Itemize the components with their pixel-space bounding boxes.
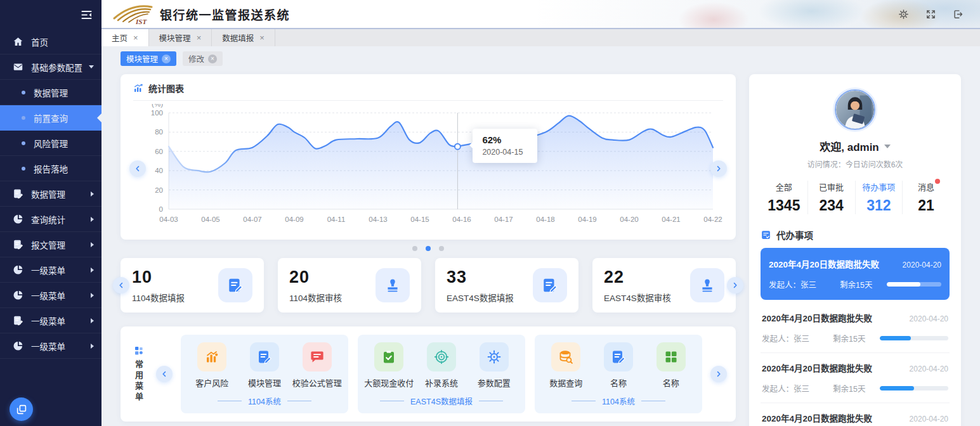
- visit-info: 访问情况：今日访问次数6次: [761, 158, 950, 169]
- todo-list: 2020年4月20日数据跑批失败 2020-04-20 发起人：张三 剩余15天…: [761, 248, 950, 426]
- settings-gear-icon[interactable]: [898, 9, 909, 20]
- tab-module-management[interactable]: 模块管理 ×: [149, 29, 212, 46]
- menu-item-name-1[interactable]: 名称: [592, 342, 645, 389]
- progress-bar: [880, 386, 948, 390]
- sidebar: 首页 基础参数配置 数据管理 前置查询 风险管理 报告落地 数据管理: [0, 0, 101, 426]
- svg-text:04-15: 04-15: [410, 216, 429, 223]
- menu-group-1104: 客户风险 模块管理 校验公式管理: [181, 335, 348, 413]
- close-icon[interactable]: ×: [208, 55, 217, 63]
- carousel-dot-active[interactable]: [426, 246, 431, 251]
- svg-text:04-19: 04-19: [578, 216, 596, 223]
- bullet-icon: [22, 167, 25, 171]
- stat-card-east4s-review[interactable]: 22 EAST4S数据审核: [592, 258, 736, 313]
- svg-text:(%): (%): [152, 104, 163, 108]
- menu-item-name-2[interactable]: 名称: [644, 342, 697, 389]
- group-caption: 1104系统: [572, 395, 665, 407]
- sidebar-item-level1-menu-4[interactable]: 一级菜单: [0, 333, 101, 359]
- close-icon[interactable]: ×: [133, 34, 138, 42]
- menu-item-data-query[interactable]: 数据查询: [540, 342, 592, 389]
- pie-chart-icon: [13, 340, 23, 351]
- carousel-dot[interactable]: [412, 246, 417, 251]
- stats-next-button[interactable]: [727, 277, 743, 294]
- logout-icon[interactable]: [953, 9, 964, 20]
- sidebar-collapse-icon[interactable]: [81, 9, 93, 21]
- menu-item-supplement-system[interactable]: 补录系统: [415, 342, 468, 389]
- todo-item[interactable]: 2020年4月20日数据跑批失败 2020-04-20 发起人：张三 剩余15天: [761, 303, 950, 352]
- stat-label: EAST4S数据填报: [447, 291, 514, 304]
- avatar[interactable]: [835, 89, 875, 130]
- sidebar-item-risk-management[interactable]: 风险管理: [0, 131, 101, 156]
- sidebar-item-message-management[interactable]: 报文管理: [0, 232, 101, 257]
- tag-modify[interactable]: 修改 ×: [183, 51, 223, 66]
- pie-chart-icon: [13, 290, 23, 300]
- stats-prev-button[interactable]: [113, 277, 129, 294]
- stat-pending[interactable]: 待办事项 312: [856, 181, 903, 214]
- chevron-right-icon: [91, 242, 94, 247]
- chart-next-button[interactable]: [710, 160, 727, 177]
- sidebar-item-home[interactable]: 首页: [0, 29, 101, 55]
- stat-all[interactable]: 全部 1345: [761, 181, 808, 214]
- svg-text:20: 20: [155, 186, 163, 194]
- close-icon[interactable]: ×: [162, 55, 171, 63]
- menu-item-parameter-config[interactable]: 参数配置: [467, 342, 520, 389]
- sidebar-item-level1-menu-2[interactable]: 一级菜单: [0, 283, 101, 308]
- progress-bar: [880, 336, 948, 340]
- sidebar-item-report-landing[interactable]: 报告落地: [0, 156, 101, 181]
- sidebar-item-data-management[interactable]: 数据管理: [0, 80, 101, 105]
- app-header: IST 银行统一监管报送系统: [101, 0, 980, 29]
- todo-item[interactable]: 2020年4月20日数据跑批失败 2020-04-20 发起人：张三 剩余15天: [761, 248, 950, 300]
- chevron-down-icon[interactable]: [884, 145, 891, 148]
- sidebar-item-data-management-2[interactable]: 数据管理: [0, 181, 101, 207]
- quick-menu-groups: 客户风险 模块管理 校验公式管理: [181, 335, 702, 413]
- menu-prev-button[interactable]: [156, 366, 173, 382]
- profile-stats: 全部 1345 已审批 234 待办事项 312 消息 21: [761, 181, 950, 218]
- target-icon: [427, 342, 456, 371]
- copy-icon: [16, 404, 27, 415]
- bullet-icon: [22, 141, 25, 145]
- sidebar-item-level1-menu-1[interactable]: 一级菜单: [0, 257, 101, 283]
- sidebar-item-pre-query[interactable]: 前置查询: [0, 105, 101, 131]
- squares-icon: [134, 345, 144, 356]
- tab-home[interactable]: 主页 ×: [101, 29, 149, 46]
- menu-item-formula-management[interactable]: 校验公式管理: [291, 342, 343, 389]
- menu-item-customer-risk[interactable]: 客户风险: [186, 342, 238, 389]
- menu-item-module-management[interactable]: 模块管理: [238, 342, 291, 389]
- close-icon[interactable]: ×: [259, 34, 265, 42]
- pie-chart-icon: [13, 264, 23, 275]
- svg-text:04-21: 04-21: [662, 216, 680, 223]
- tab-data-filling[interactable]: 数据填报 ×: [212, 29, 275, 46]
- progress-bar: [887, 282, 941, 287]
- sidebar-item-base-params[interactable]: 基础参数配置: [0, 55, 101, 80]
- todo-title: 代办事项: [776, 228, 813, 242]
- app-logo: IST: [112, 2, 154, 26]
- tag-module-management[interactable]: 模块管理 ×: [121, 51, 176, 66]
- document-edit-icon: [218, 268, 252, 302]
- menu-item-large-cash[interactable]: 大额现金收付: [363, 342, 415, 389]
- stat-label: 1104数据填报: [132, 291, 185, 304]
- bar-chart-icon: [197, 342, 226, 371]
- stat-card-east4s-filling[interactable]: 33 EAST4S数据填报: [435, 258, 578, 313]
- stat-value: 20: [289, 268, 342, 287]
- chart-prev-button[interactable]: [129, 160, 146, 177]
- svg-text:100: 100: [151, 109, 163, 117]
- carousel-dot[interactable]: [439, 246, 444, 251]
- floating-action-button[interactable]: [10, 397, 33, 421]
- todo-item[interactable]: 2020年4月20日数据跑批失败 2020-04-20 发起人：张三 剩余15天: [761, 352, 950, 403]
- stat-card-1104-review[interactable]: 20 1104数据审核: [278, 258, 421, 313]
- stat-messages[interactable]: 消息 21: [903, 181, 950, 214]
- stat-value: 10: [132, 268, 185, 287]
- menu-group-1104-2: 数据查询 名称 名称: [535, 335, 702, 413]
- stat-card-1104-filling[interactable]: 10 1104数据填报: [121, 258, 264, 313]
- sidebar-item-query-statistics[interactable]: 查询统计: [0, 207, 101, 232]
- todo-item[interactable]: 2020年4月20日数据跑批失败 2020-04-20 发起人：张三 剩余4天: [761, 403, 950, 426]
- svg-text:04-22: 04-22: [703, 216, 722, 223]
- svg-text:04-17: 04-17: [494, 216, 513, 223]
- svg-text:04-11: 04-11: [327, 216, 346, 223]
- sidebar-item-level1-menu-3[interactable]: 一级菜单: [0, 308, 101, 333]
- close-icon[interactable]: ×: [197, 34, 202, 42]
- fullscreen-icon[interactable]: [925, 9, 936, 20]
- menu-next-button[interactable]: [710, 366, 727, 382]
- svg-text:40: 40: [155, 167, 163, 174]
- stat-approved[interactable]: 已审批 234: [808, 181, 856, 214]
- svg-text:80: 80: [155, 128, 163, 136]
